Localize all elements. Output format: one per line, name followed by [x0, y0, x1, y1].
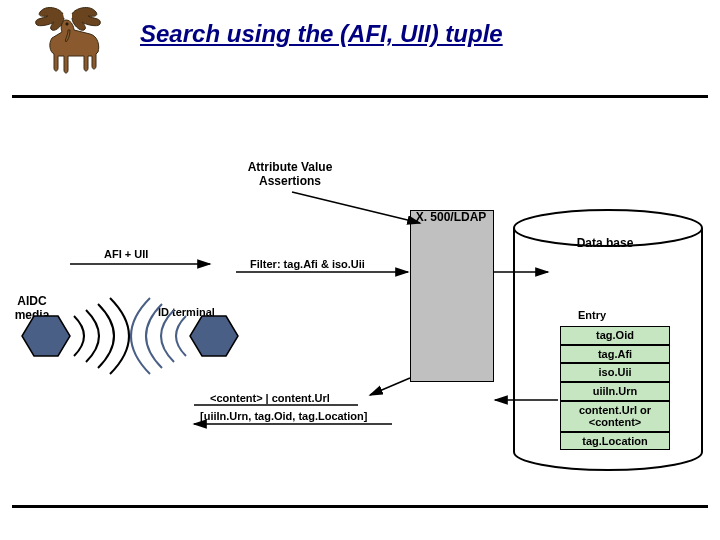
id-terminal-hex-icon: [190, 316, 238, 356]
aidc-tag-hex-icon: [22, 316, 70, 356]
svg-line-7: [370, 378, 410, 395]
connectors-layer: [0, 0, 720, 540]
radio-waves-left-icon: [131, 298, 186, 374]
slide: Search using the (AFI, UII) tuple X. 500…: [0, 0, 720, 540]
radio-waves-right-icon: [74, 298, 129, 374]
svg-line-2: [292, 192, 420, 223]
